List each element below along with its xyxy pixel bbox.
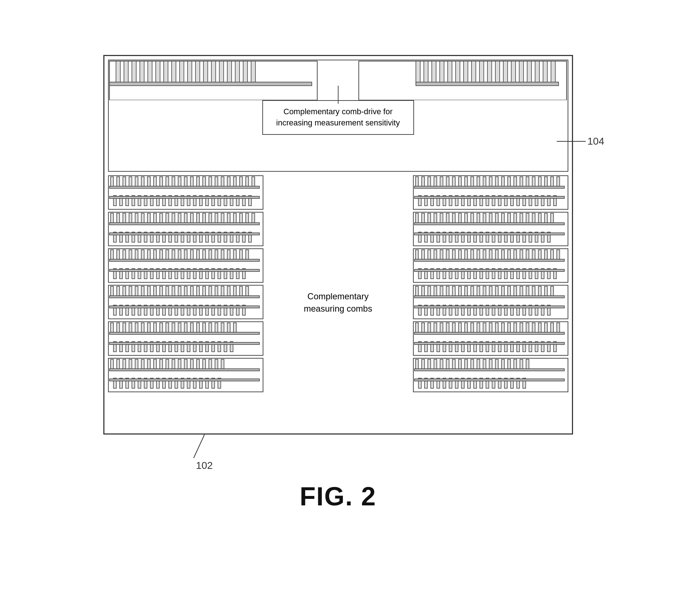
svg-rect-233 (117, 323, 120, 333)
svg-rect-14 (219, 61, 224, 83)
svg-rect-476 (520, 286, 523, 296)
svg-rect-146 (160, 250, 163, 260)
svg-rect-422 (489, 250, 492, 260)
right-comb-row-3 (413, 248, 568, 283)
svg-rect-570 (508, 359, 511, 369)
svg-rect-111 (246, 213, 249, 223)
svg-rect-571 (514, 359, 517, 369)
svg-rect-48 (160, 177, 163, 187)
svg-rect-428 (526, 250, 529, 260)
svg-rect-289 (197, 359, 199, 369)
svg-rect-250 (221, 323, 224, 333)
svg-rect-564 (471, 359, 474, 369)
svg-rect-108 (227, 213, 230, 223)
svg-rect-434 (414, 259, 564, 261)
svg-rect-274 (109, 342, 259, 345)
svg-rect-143 (141, 250, 144, 260)
svg-rect-380 (520, 213, 523, 223)
svg-rect-28 (472, 61, 476, 83)
svg-rect-186 (117, 286, 120, 296)
right-comb-row-5 (413, 321, 568, 356)
svg-rect-283 (160, 359, 163, 369)
svg-rect-278 (129, 359, 132, 369)
svg-rect-416 (452, 250, 455, 260)
svg-rect-93 (135, 213, 138, 223)
top-left-comb (109, 60, 318, 100)
right-comb-row-1 (413, 175, 568, 210)
svg-rect-56 (209, 177, 212, 187)
svg-rect-324 (477, 177, 480, 187)
left-comb-row-2 (108, 212, 263, 246)
svg-rect-317 (434, 177, 437, 187)
svg-rect-411 (422, 250, 425, 260)
svg-rect-195 (172, 286, 175, 296)
svg-rect-202 (215, 286, 218, 296)
svg-rect-508 (428, 323, 431, 333)
svg-rect-253 (109, 332, 259, 334)
svg-rect-282 (154, 359, 156, 369)
svg-rect-418 (465, 250, 468, 260)
svg-rect-432 (551, 250, 554, 260)
svg-rect-412 (428, 250, 431, 260)
svg-rect-293 (221, 359, 224, 369)
svg-rect-100 (178, 213, 181, 223)
svg-rect-189 (135, 286, 138, 296)
svg-rect-559 (440, 359, 443, 369)
svg-rect-468 (471, 286, 474, 296)
svg-rect-294 (109, 369, 259, 371)
svg-rect-54 (197, 177, 199, 187)
svg-rect-153 (203, 250, 206, 260)
svg-rect-241 (166, 323, 169, 333)
svg-rect-284 (166, 359, 169, 369)
svg-rect-415 (446, 250, 449, 260)
svg-rect-514 (465, 323, 468, 333)
svg-rect-203 (221, 286, 224, 296)
svg-rect-25 (448, 61, 452, 83)
svg-rect-206 (240, 286, 242, 296)
svg-rect-281 (147, 359, 150, 369)
svg-rect-362 (414, 196, 564, 198)
svg-rect-51 (178, 177, 181, 187)
svg-rect-141 (129, 250, 132, 260)
left-comb-column (108, 175, 263, 430)
svg-rect-321 (458, 177, 461, 187)
svg-rect-154 (209, 250, 212, 260)
svg-rect-323 (471, 177, 474, 187)
svg-rect-427 (520, 250, 523, 260)
svg-rect-423 (495, 250, 498, 260)
svg-rect-240 (160, 323, 163, 333)
svg-rect-556 (422, 359, 425, 369)
svg-rect-197 (184, 286, 187, 296)
svg-rect-463 (440, 286, 443, 296)
svg-rect-365 (428, 213, 431, 223)
svg-rect-39 (416, 82, 559, 86)
svg-rect-157 (227, 250, 230, 260)
svg-rect-26 (456, 61, 460, 83)
svg-rect-234 (123, 323, 126, 333)
svg-rect-59 (227, 177, 230, 187)
svg-rect-320 (452, 177, 455, 187)
svg-rect-277 (123, 359, 126, 369)
svg-rect-276 (117, 359, 120, 369)
svg-rect-187 (123, 286, 126, 296)
svg-rect-52 (184, 177, 187, 187)
svg-rect-372 (471, 213, 474, 223)
svg-rect-424 (501, 250, 504, 260)
svg-rect-385 (551, 213, 554, 223)
svg-rect-151 (190, 250, 193, 260)
svg-rect-8 (172, 61, 176, 83)
svg-rect-236 (135, 323, 138, 333)
svg-rect-382 (532, 213, 535, 223)
svg-rect-24 (440, 61, 444, 83)
svg-rect-11 (195, 61, 200, 83)
svg-rect-191 (147, 286, 150, 296)
svg-rect-329 (508, 177, 511, 187)
svg-rect-460 (422, 286, 425, 296)
svg-rect-160 (246, 250, 249, 260)
svg-rect-567 (489, 359, 492, 369)
svg-rect-161 (109, 259, 259, 261)
svg-rect-248 (209, 323, 212, 333)
top-label-box: Complementary comb-drive for increasing … (262, 100, 414, 135)
svg-rect-64 (109, 186, 259, 188)
right-comb-row-6 (413, 358, 568, 392)
